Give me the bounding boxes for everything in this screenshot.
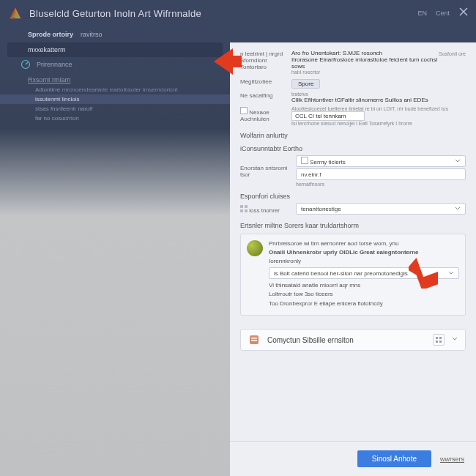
- field-label: Enorstan sntsromi tsor: [240, 164, 291, 178]
- cancel-link[interactable]: wwrsers: [440, 455, 464, 463]
- svg-rect-4: [245, 209, 248, 212]
- save-button[interactable]: Sinosl Anhote: [357, 450, 431, 467]
- sidebar-subitem[interactable]: far no cosucrrion: [0, 114, 230, 123]
- svg-rect-8: [436, 337, 438, 339]
- sidebar-section-header: Rxsomt rmiarn: [0, 72, 230, 85]
- section-header: Esponfori cluises: [240, 193, 466, 200]
- dialog-footer: Sinosl Anhote wwrsers: [230, 441, 476, 476]
- section-icon: [248, 334, 260, 346]
- svg-rect-3: [240, 209, 243, 212]
- field-label: Ne sacatfing: [240, 92, 291, 103]
- card-text: Onaill Uihnenkrobr uprly OIDLlc Great ea…: [269, 249, 459, 256]
- window-title: Bluselcld Geturton Inoln Art Wifrnnalde: [29, 8, 417, 19]
- config-value: Cllik Efihtontiver tGFaltir slinomerre S…: [291, 97, 466, 103]
- field-label: Megittzotiee: [240, 78, 291, 89]
- sidebar: mxxekatterm Prirennance Rxsomt rmiarn Ad…: [0, 42, 230, 476]
- checkbox[interactable]: [240, 107, 248, 114]
- dropdown-select[interactable]: Sermy ticlerts: [296, 155, 466, 167]
- card-text: Pnrbreisoroe wi tim aernonrer aod torse …: [269, 240, 459, 247]
- text-input[interactable]: CCL CI tel tennkam: [291, 111, 365, 121]
- config-value: Itrorasone Einarfrosloce rniorasttoloe f…: [291, 56, 439, 70]
- sidebar-subitem-highlighted[interactable]: issutenmt linciois: [0, 94, 230, 104]
- sidebar-item-selected[interactable]: mxxekatterm: [7, 42, 223, 57]
- tab-secondary[interactable]: ravitrso: [81, 31, 103, 38]
- close-icon[interactable]: [458, 7, 469, 20]
- header-link[interactable]: Cent: [436, 10, 450, 17]
- sidebar-subitem[interactable]: stsas fnsrileentr narolf: [0, 104, 230, 114]
- config-hint: Aloottestcoecel tuelleren tinietal re bi…: [291, 106, 466, 111]
- dropdown-select[interactable]: tenanttonestige: [296, 203, 466, 215]
- card-line: Vi thinsatald anatle mioorrl aqr mns: [269, 282, 459, 289]
- svg-rect-1: [240, 205, 243, 208]
- tab-primary[interactable]: Sprode ortoiry: [28, 31, 73, 38]
- toggle-link[interactable]: Sosfonil ore: [439, 51, 466, 56]
- config-hint: hernatfnsors: [296, 182, 466, 187]
- config-panel: n leetrimt | nrgrd Sforndlonr Tontortaro…: [230, 42, 476, 476]
- config-hint: habl roecrtor: [291, 70, 439, 75]
- section-header: Ertsnler miltne Sorers kaar truldartshor…: [240, 222, 466, 229]
- sidebar-item-performance[interactable]: Prirennance: [0, 57, 230, 72]
- action-button-small[interactable]: Spore: [291, 79, 320, 89]
- chevron-down-icon[interactable]: [452, 336, 458, 343]
- dropdown-select[interactable]: is Bolt caterld benool her-sllon nar pre…: [269, 267, 459, 279]
- svg-rect-10: [436, 341, 438, 343]
- svg-rect-7: [251, 340, 257, 341]
- lang-indicator[interactable]: EN: [417, 10, 427, 17]
- grid-toggle-icon[interactable]: [433, 334, 445, 346]
- avatar-icon: [247, 240, 263, 256]
- card-line: Too Dronbexpror E ellape enicera fiototn…: [269, 300, 459, 307]
- svg-rect-11: [439, 341, 442, 343]
- svg-rect-9: [439, 337, 442, 339]
- chevron-down-icon: [455, 158, 461, 164]
- checkbox[interactable]: [301, 157, 308, 164]
- section-header: Wolfarin anlurtty: [240, 132, 466, 139]
- svg-rect-2: [245, 205, 248, 208]
- sidebar-subitem[interactable]: Adiontirre rnrcnoendeariarle rrartoibsot…: [0, 85, 230, 94]
- dropdown-select[interactable]: nv.einr.f: [296, 168, 466, 180]
- section-header: iConsunntabtr Eortho: [240, 145, 466, 152]
- grid-icon: [240, 207, 248, 214]
- chevron-down-icon: [448, 270, 454, 276]
- info-card: Pnrbreisoroe wi tim aernonrer aod torse …: [240, 234, 466, 316]
- field-label: Nexaoe Aochnlulen: [240, 106, 291, 126]
- gauge-icon: [21, 59, 31, 70]
- config-value: tratelve: [291, 92, 466, 97]
- app-logo-icon: [7, 5, 23, 21]
- collapsible-section[interactable]: Comyctun Sibsille ernsiton: [240, 329, 466, 351]
- chevron-down-icon: [455, 206, 461, 212]
- config-value: Aro fro Unentokart: S.MJE rosonch: [291, 50, 439, 56]
- field-label: n leetrimt | nrgrd Sforndlonr Tontortaro: [240, 50, 291, 75]
- card-line: Loltrroutr tow 3so ticeers: [269, 291, 459, 297]
- svg-rect-6: [251, 338, 257, 339]
- collapsible-title: Comyctun Sibsille ernsiton: [267, 336, 425, 344]
- config-hint: tsl lercrhone slesod nenoijel i Eafi Tos…: [291, 121, 466, 126]
- field-label: loss tnohrer: [240, 204, 291, 214]
- card-subhead: Iorennkronly: [269, 258, 459, 264]
